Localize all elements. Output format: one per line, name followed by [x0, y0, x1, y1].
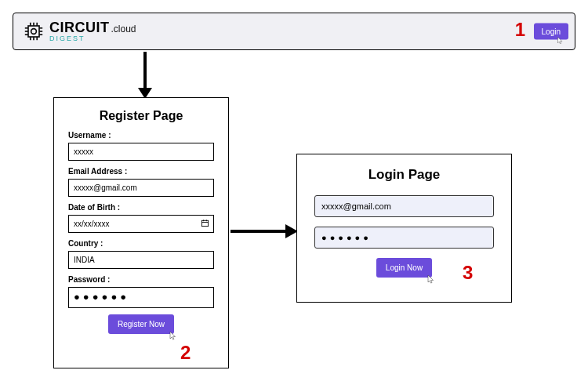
register-button[interactable]: Register Now: [108, 314, 174, 334]
dob-label: Date of Birth :: [68, 203, 214, 212]
dob-input[interactable]: [68, 215, 214, 233]
country-input[interactable]: [68, 251, 214, 269]
header-login-label: Login: [542, 27, 561, 36]
password-input[interactable]: ●●●●●●: [68, 287, 214, 308]
svg-rect-0: [28, 26, 39, 37]
step-number-3: 3: [463, 262, 473, 284]
logo-text-cloud: .cloud: [111, 24, 136, 34]
logo-text-main: CIRCUIT: [49, 20, 110, 35]
password-label: Password :: [68, 275, 214, 284]
step-number-1: 1: [515, 19, 525, 41]
login-card: Login Page ●●●●●● Login Now: [296, 154, 512, 303]
email-label: Email Address :: [68, 167, 214, 176]
arrow-2: [229, 220, 299, 243]
cursor-icon: [168, 331, 177, 340]
logo-text-sub: DIGEST: [49, 35, 136, 42]
login-email-input[interactable]: [314, 195, 494, 217]
login-title: Login Page: [314, 167, 494, 183]
country-label: Country :: [68, 239, 214, 248]
cursor-icon: [426, 274, 435, 284]
register-title: Register Page: [68, 109, 214, 123]
login-button-label: Login Now: [386, 263, 423, 272]
email-input[interactable]: [68, 179, 214, 197]
username-input[interactable]: [68, 143, 214, 161]
logo: CIRCUIT.cloud DIGEST: [23, 20, 136, 42]
register-button-label: Register Now: [118, 320, 165, 328]
chip-icon: [23, 20, 45, 42]
svg-point-1: [31, 29, 37, 34]
step-number-2: 2: [180, 342, 191, 364]
register-card: Register Page Username : Email Address :…: [53, 97, 229, 368]
username-label: Username :: [68, 131, 214, 140]
login-password-input[interactable]: ●●●●●●: [314, 227, 494, 249]
header-bar: CIRCUIT.cloud DIGEST Login: [13, 13, 575, 50]
header-login-button[interactable]: Login: [534, 24, 568, 40]
arrow-1: [133, 50, 157, 100]
login-button[interactable]: Login Now: [376, 258, 432, 278]
cursor-icon: [556, 37, 564, 45]
